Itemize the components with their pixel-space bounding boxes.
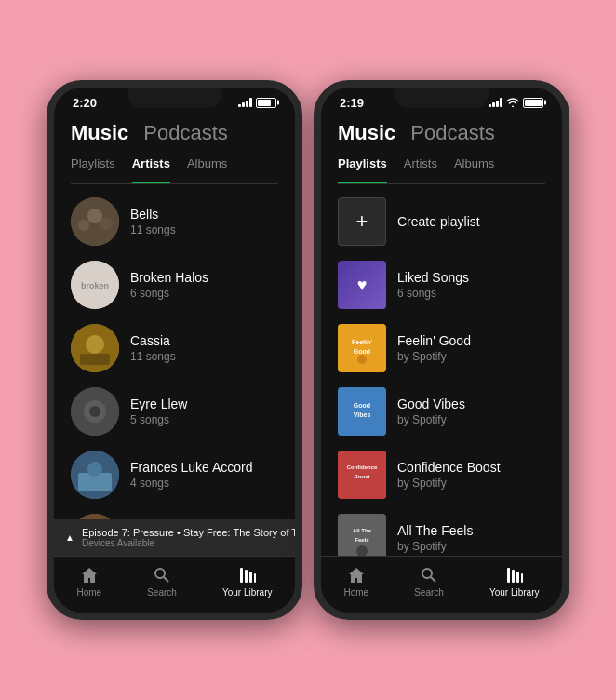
- svg-rect-26: [254, 573, 256, 583]
- tab-podcasts-1[interactable]: Podcasts: [143, 121, 228, 145]
- sub-tabs-1: Playlists Artists Albums: [71, 156, 278, 184]
- sub-allfeels: by Spotify: [397, 540, 545, 553]
- list-item-broken[interactable]: broken Broken Halos 6 songs: [54, 253, 295, 316]
- list-item-frances[interactable]: Frances Luke Accord 4 songs: [54, 443, 295, 506]
- list-item-confidence[interactable]: ConfidenceBoost Confidence Boost by Spot…: [321, 443, 562, 506]
- nav-library-1[interactable]: Your Library: [222, 566, 273, 598]
- list-item-bells[interactable]: Bells 11 songs: [54, 190, 295, 253]
- now-playing-sub: Devices Available: [82, 538, 295, 548]
- svg-point-44: [422, 569, 432, 578]
- list-item-happy[interactable]: The Happy Fits: [54, 506, 295, 519]
- signal-icon-2: [489, 98, 502, 107]
- svg-text:All The: All The: [353, 528, 372, 533]
- svg-text:Confidence: Confidence: [347, 464, 378, 470]
- info-cassia: Cassia 11 songs: [130, 333, 278, 363]
- avatar-feelin: Feelin'Good: [338, 324, 386, 372]
- sub-broken: 6 songs: [130, 287, 278, 300]
- sub-tab-artists-2[interactable]: Artists: [404, 156, 437, 176]
- svg-rect-24: [245, 570, 248, 583]
- info-eyre: Eyre Llew 5 songs: [130, 397, 278, 426]
- phone-1: 2:20 Music Pod: [47, 80, 302, 620]
- sub-eyre: 5 songs: [130, 413, 278, 426]
- sub-tab-playlists-1[interactable]: Playlists: [71, 156, 115, 176]
- battery-icon-1: [256, 98, 276, 108]
- info-confidence: Confidence Boost by Spotify: [397, 460, 545, 490]
- list-item-good[interactable]: GoodVibes Good Vibes by Spotify: [321, 380, 562, 443]
- info-broken: Broken Halos 6 songs: [130, 270, 278, 300]
- list-item-eyre[interactable]: Eyre Llew 5 songs: [54, 380, 295, 443]
- battery-icon-2: [523, 98, 543, 108]
- name-allfeels: All The Feels: [397, 523, 545, 538]
- avatar-liked: ♥: [338, 261, 386, 309]
- list-item-feelin[interactable]: Feelin'Good Feelin' Good by Spotify: [321, 316, 562, 380]
- sub-good: by Spotify: [397, 413, 545, 426]
- avatar-eyre: [71, 387, 119, 436]
- svg-point-7: [86, 335, 104, 354]
- avatar-bells: [71, 197, 119, 246]
- header-1: Music Podcasts Playlists Artists Albums: [54, 114, 295, 190]
- wifi-icon-2: [506, 98, 519, 107]
- sub-tab-albums-1[interactable]: Albums: [187, 156, 227, 176]
- list-item-cassia[interactable]: Cassia 11 songs: [54, 316, 295, 380]
- nav-library-2[interactable]: Your Library: [489, 566, 540, 598]
- name-broken: Broken Halos: [130, 270, 278, 285]
- svg-line-45: [431, 577, 435, 582]
- list-item-liked[interactable]: ♥ Liked Songs 6 songs: [321, 253, 562, 316]
- svg-rect-48: [516, 572, 519, 583]
- svg-point-30: [357, 355, 367, 364]
- info-bells: Bells 11 songs: [130, 207, 278, 236]
- svg-point-2: [78, 220, 89, 231]
- nav-search-label-1: Search: [147, 587, 177, 598]
- svg-rect-23: [240, 568, 243, 583]
- header-tabs-2: Music Podcasts: [338, 121, 545, 145]
- name-frances: Frances Luke Accord: [130, 460, 278, 475]
- svg-text:Feels: Feels: [355, 537, 369, 543]
- svg-rect-8: [80, 354, 110, 365]
- name-liked: Liked Songs: [397, 270, 545, 285]
- nav-home-1[interactable]: Home: [77, 566, 102, 598]
- now-playing-bar[interactable]: ▲ Episode 7: Pressure • Stay Free: The S…: [54, 519, 295, 556]
- list-item-create[interactable]: + Create playlist: [321, 190, 562, 253]
- nav-search-label-2: Search: [414, 587, 444, 598]
- info-create: Create playlist: [397, 214, 545, 229]
- avatar-allfeels: All TheFeels: [338, 514, 386, 556]
- artists-list: Bells 11 songs broken Broken Halos 6 son…: [54, 190, 295, 519]
- sub-frances: 4 songs: [130, 477, 278, 490]
- name-confidence: Confidence Boost: [397, 460, 545, 475]
- svg-rect-46: [507, 568, 510, 583]
- avatar-good: GoodVibes: [338, 387, 386, 436]
- info-good: Good Vibes by Spotify: [397, 397, 545, 426]
- tab-music-2[interactable]: Music: [338, 121, 395, 145]
- nav-home-label-1: Home: [77, 587, 102, 598]
- sub-tab-albums-2[interactable]: Albums: [454, 156, 494, 176]
- name-good: Good Vibes: [397, 397, 545, 411]
- nav-search-2[interactable]: Search: [414, 566, 444, 598]
- sub-tab-playlists-2[interactable]: Playlists: [338, 156, 387, 176]
- svg-text:Boost: Boost: [355, 474, 370, 479]
- sub-tab-artists-1[interactable]: Artists: [132, 156, 170, 176]
- name-feelin: Feelin' Good: [397, 333, 545, 348]
- nav-search-1[interactable]: Search: [147, 566, 177, 598]
- list-item-allfeels[interactable]: All TheFeels All The Feels by Spotify: [321, 506, 562, 556]
- info-allfeels: All The Feels by Spotify: [397, 523, 545, 553]
- notch-1: [128, 88, 221, 108]
- bottom-nav-1: Home Search Your Library: [54, 556, 295, 612]
- name-cassia: Cassia: [130, 333, 278, 348]
- nav-home-2[interactable]: Home: [344, 566, 369, 598]
- sub-liked: 6 songs: [397, 287, 545, 300]
- avatar-frances: [71, 451, 119, 499]
- svg-point-21: [155, 569, 165, 578]
- info-feelin: Feelin' Good by Spotify: [397, 333, 545, 363]
- sub-feelin: by Spotify: [397, 350, 545, 363]
- phone-2: 2:19: [314, 80, 569, 620]
- nav-library-label-1: Your Library: [222, 587, 273, 598]
- tab-music-1[interactable]: Music: [71, 121, 128, 145]
- status-icons-2: [489, 98, 543, 108]
- sub-cassia: 11 songs: [130, 350, 278, 363]
- avatar-confidence: ConfidenceBoost: [338, 451, 386, 499]
- content-1: Music Podcasts Playlists Artists Albums: [54, 114, 295, 612]
- tab-podcasts-2[interactable]: Podcasts: [410, 121, 495, 145]
- svg-line-22: [164, 577, 168, 582]
- sub-bells: 11 songs: [130, 223, 278, 236]
- phones-container: 2:20 Music Pod: [47, 80, 569, 620]
